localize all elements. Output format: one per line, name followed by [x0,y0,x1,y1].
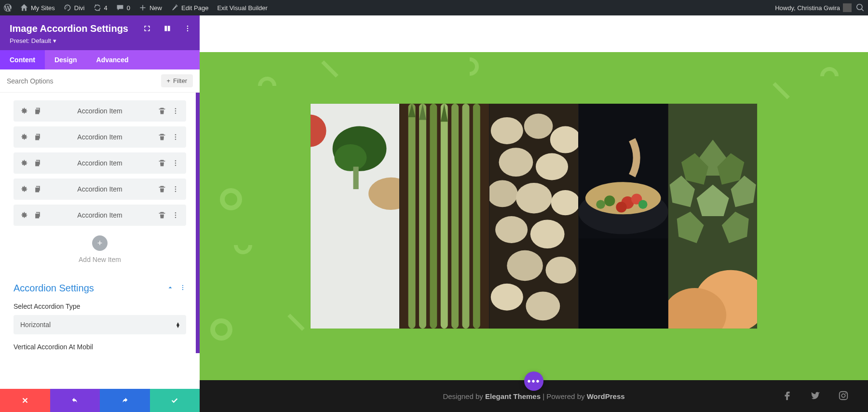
accordion-pane[interactable] [578,104,667,329]
duplicate-icon[interactable] [34,185,41,193]
tab-design[interactable]: Design [45,50,87,69]
trash-icon[interactable] [158,107,166,115]
more-icon[interactable] [172,133,179,141]
my-sites-menu[interactable]: My Sites [20,4,55,12]
svg-point-50 [530,220,565,248]
add-item-button[interactable]: + [92,235,108,251]
pencil-icon [171,4,178,12]
wordpress-icon [4,4,12,12]
svg-point-53 [491,284,523,311]
twitter-icon[interactable] [810,390,821,402]
duplicate-icon[interactable] [34,133,41,141]
svg-rect-30 [408,104,416,329]
search-icon [856,4,864,12]
gear-icon[interactable] [20,107,28,115]
duplicate-icon[interactable] [34,159,41,167]
scrollbar[interactable] [196,93,200,353]
svg-point-77 [841,394,845,397]
svg-point-11 [175,165,176,166]
svg-point-49 [495,216,528,243]
more-icon[interactable] [179,284,186,293]
my-sites-label: My Sites [31,4,55,12]
svg-point-20 [182,289,183,290]
panel-tabs: Content Design Advanced [0,50,200,69]
accordion-item-row[interactable]: Accordion Item [14,152,186,174]
tab-content[interactable]: Content [0,50,45,69]
preset-selector[interactable]: Preset: Default▾ [10,37,190,44]
svg-rect-32 [430,104,437,329]
accordion-item-row[interactable]: Accordion Item [14,126,186,148]
more-icon[interactable] [172,159,179,167]
footer-link-et[interactable]: Elegant Themes [485,392,541,400]
gear-icon[interactable] [20,211,28,219]
undo-button[interactable] [50,389,100,412]
svg-point-9 [175,160,176,162]
close-button[interactable] [0,389,50,412]
updates-menu[interactable]: 4 [94,4,108,12]
facebook-icon[interactable] [782,390,793,402]
svg-point-13 [175,189,176,190]
trash-icon[interactable] [158,159,166,167]
svg-point-6 [175,134,176,136]
footer-link-wp[interactable]: WordPress [587,392,625,400]
trash-icon[interactable] [158,133,166,141]
accordion-pane[interactable] [489,104,578,329]
svg-point-12 [175,186,176,188]
svg-rect-35 [462,104,470,329]
svg-point-14 [175,191,176,192]
search-toggle[interactable] [856,4,864,12]
section-title: Accordion Settings [14,283,167,294]
avatar [843,3,852,12]
more-icon[interactable] [172,107,179,115]
wp-logo[interactable] [4,4,12,12]
duplicate-icon[interactable] [34,211,41,219]
search-input[interactable] [7,77,161,85]
search-row: +Filter [0,69,200,93]
exit-visual-builder[interactable]: Exit Visual Builder [217,4,268,12]
tab-advanced[interactable]: Advanced [87,50,138,69]
collapse-icon[interactable] [167,284,174,293]
gauge-icon [64,4,71,12]
accordion-item-row[interactable]: Accordion Item [14,205,186,226]
svg-point-51 [507,250,543,281]
more-icon[interactable] [172,185,179,193]
duplicate-icon[interactable] [34,107,41,115]
svg-point-59 [597,200,606,209]
more-icon[interactable] [172,211,179,219]
trash-icon[interactable] [158,185,166,193]
svg-rect-34 [452,104,459,329]
accordion-pane[interactable] [399,104,488,329]
select-caret-icon: ▴▾ [176,322,179,328]
snap-icon[interactable] [163,24,172,33]
accordion-pane[interactable] [668,104,757,329]
instagram-icon[interactable] [838,390,849,402]
footer-text: Designed by [443,392,485,400]
gear-icon[interactable] [20,159,28,167]
accordion-pane[interactable] [311,104,399,329]
accordion-item-row[interactable]: Accordion Item [14,100,186,122]
image-accordion[interactable] [311,104,757,329]
redo-button[interactable] [100,389,150,412]
svg-point-42 [524,114,553,139]
updates-count: 4 [104,4,108,12]
new-menu[interactable]: New [139,4,162,12]
settings-panel: Image Accordion Settings Preset: Default… [0,15,200,412]
accordion-type-select[interactable]: Horizontal ▴▾ [14,315,186,334]
site-label: Divi [74,4,85,12]
comment-icon [116,4,124,12]
preview-section [200,52,868,380]
edit-page-menu[interactable]: Edit Page [171,4,208,12]
trash-icon[interactable] [158,211,166,219]
accordion-item-row[interactable]: Accordion Item [14,179,186,200]
save-button[interactable] [150,389,200,412]
expand-icon[interactable] [143,24,151,33]
svg-point-26 [334,144,366,171]
more-icon[interactable] [183,24,192,33]
user-menu[interactable]: Howdy, Christina Gwira [775,3,852,12]
site-menu[interactable]: Divi [64,4,85,12]
builder-fab[interactable]: ••• [524,371,543,391]
filter-button[interactable]: +Filter [161,74,193,87]
gear-icon[interactable] [20,133,28,141]
gear-icon[interactable] [20,185,28,193]
comments-menu[interactable]: 0 [116,4,130,12]
